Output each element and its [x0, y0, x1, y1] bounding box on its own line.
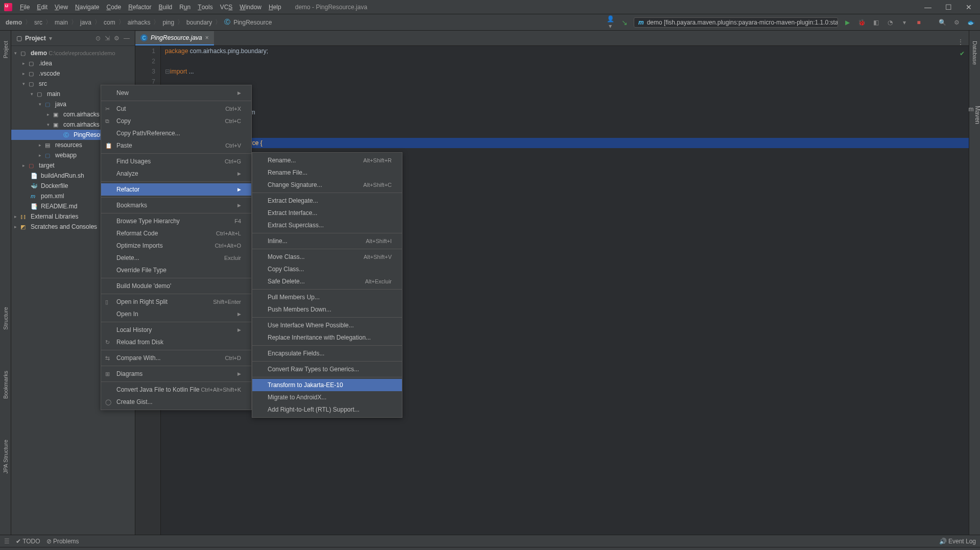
- menu-item-copy-class[interactable]: Copy Class...: [252, 263, 402, 275]
- breadcrumb[interactable]: demo〉 src〉 main〉 java〉 com〉 airhacks〉 pi…: [4, 18, 274, 27]
- minimize-button[interactable]: —: [921, 3, 935, 11]
- select-opened-icon[interactable]: ⊙: [95, 35, 101, 42]
- menu-item-label: Pull Members Up...: [268, 294, 320, 301]
- menu-shortcut: Ctrl+V: [225, 142, 241, 149]
- close-button[interactable]: ✕: [962, 3, 976, 11]
- menu-item-build-module-demo[interactable]: Build Module 'demo': [101, 280, 251, 292]
- menu-refactor[interactable]: Refactor: [125, 0, 155, 14]
- menu-item-pull-members-up[interactable]: Pull Members Up...: [252, 291, 402, 303]
- bottom-tab-problems[interactable]: ⊘ Problems: [46, 538, 79, 545]
- menu-item-find-usages[interactable]: Find UsagesCtrl+G: [101, 155, 251, 168]
- panel-settings-icon[interactable]: ⚙: [114, 35, 119, 42]
- expand-all-icon[interactable]: ⇲: [105, 35, 110, 42]
- menu-item-browse-type-hierarchy[interactable]: Browse Type HierarchyF4: [101, 215, 251, 227]
- profile-button[interactable]: ◔: [885, 19, 895, 26]
- hide-panel-icon[interactable]: —: [124, 35, 130, 42]
- menu-help[interactable]: Help: [265, 0, 285, 14]
- coverage-button[interactable]: ◧: [871, 19, 881, 26]
- menu-item-bookmarks[interactable]: Bookmarks▶: [101, 199, 251, 211]
- menu-item-diagrams[interactable]: ⊞Diagrams▶: [101, 368, 251, 380]
- search-button[interactable]: 🔍: [937, 19, 947, 26]
- menu-item-new[interactable]: New▶: [101, 87, 251, 99]
- payara-icon[interactable]: 🐟: [966, 19, 976, 26]
- tab-pingresource[interactable]: C PingResource.java ×: [135, 31, 214, 45]
- event-log-button[interactable]: 🔊 Event Log: [939, 538, 976, 545]
- debug-button[interactable]: 🐞: [856, 19, 867, 26]
- menu-item-use-interface-where-possible[interactable]: Use Interface Where Possible...: [252, 319, 402, 331]
- tree-root[interactable]: ▾▢demo C:\code\reproducers\demo: [11, 48, 135, 58]
- menu-item-transform-to-jakarta-ee-10[interactable]: Transform to Jakarta-EE-10: [252, 379, 402, 391]
- menu-edit[interactable]: Edit: [33, 0, 51, 14]
- tool-tab-bookmarks[interactable]: Bookmarks: [3, 371, 9, 399]
- menu-vcs[interactable]: VCS: [217, 0, 236, 14]
- menu-item-migrate-to-androidx[interactable]: Migrate to AndroidX...: [252, 391, 402, 403]
- menu-shortcut: Alt+Excluir: [365, 278, 392, 284]
- menu-item-local-history[interactable]: Local History▶: [101, 324, 251, 336]
- user-icon[interactable]: 👤▾: [605, 15, 615, 30]
- menu-item-inline[interactable]: Inline...Alt+Shift+I: [252, 235, 402, 247]
- menu-view[interactable]: View: [51, 0, 71, 14]
- menu-item-reformat-code[interactable]: Reformat CodeCtrl+Alt+L: [101, 227, 251, 240]
- menu-build[interactable]: Build: [155, 0, 176, 14]
- tool-tab-database[interactable]: Database: [972, 41, 978, 65]
- menu-separator: [101, 101, 251, 101]
- menu-item-copy[interactable]: ⧉CopyCtrl+C: [101, 115, 251, 127]
- menu-item-convert-raw-types-to-generics[interactable]: Convert Raw Types to Generics...: [252, 363, 402, 375]
- menu-shortcut: Ctrl+Alt+Shift+K: [201, 387, 241, 393]
- menu-item-analyze[interactable]: Analyze▶: [101, 168, 251, 180]
- menu-item-push-members-down[interactable]: Push Members Down...: [252, 303, 402, 316]
- menu-item-open-in-right-split[interactable]: ▯Open in Right SplitShift+Enter: [101, 296, 251, 308]
- editor-more-icon[interactable]: ⋮: [952, 38, 969, 45]
- menu-item-convert-java-file-to-kotlin-file[interactable]: Convert Java File to Kotlin FileCtrl+Alt…: [101, 384, 251, 396]
- menu-run[interactable]: Run: [176, 0, 194, 14]
- bottom-tab-todo[interactable]: ✔ TODO: [16, 538, 40, 545]
- tool-tab-maven[interactable]: mMaven: [969, 106, 981, 124]
- menu-item-reload-from-disk[interactable]: ↻Reload from Disk: [101, 336, 251, 348]
- menu-item-rename[interactable]: Rename...Alt+Shift+R: [252, 154, 402, 166]
- menu-item-delete[interactable]: Delete...Excluir: [101, 252, 251, 264]
- status-bar: ▭ Transform to Jakarta-EE-10 13:14 CRLF …: [0, 547, 980, 550]
- menu-item-change-signature[interactable]: Change Signature...Alt+Shift+C: [252, 179, 402, 191]
- menu-navigate[interactable]: Navigate: [71, 0, 103, 14]
- menu-item-paste[interactable]: 📋PasteCtrl+V: [101, 139, 251, 152]
- menu-item-open-in[interactable]: Open In▶: [101, 308, 251, 320]
- menu-item-encapsulate-fields[interactable]: Encapsulate Fields...: [252, 347, 402, 360]
- tool-tab-jpa[interactable]: JPA Structure: [3, 440, 9, 473]
- menu-item-copy-path-reference[interactable]: Copy Path/Reference...: [101, 127, 251, 139]
- menu-tools[interactable]: Tools: [194, 0, 216, 14]
- tool-tab-structure[interactable]: Structure: [3, 307, 9, 330]
- tree-vscode[interactable]: ▸▢.vscode: [11, 68, 135, 79]
- menu-item-extract-delegate[interactable]: Extract Delegate...: [252, 195, 402, 207]
- menu-code[interactable]: Code: [103, 0, 125, 14]
- tree-idea[interactable]: ▸▢.idea: [11, 58, 135, 68]
- run-button[interactable]: ▶: [842, 19, 852, 26]
- menu-item-cut[interactable]: ✂CutCtrl+X: [101, 103, 251, 115]
- menu-window[interactable]: Window: [236, 0, 265, 14]
- build-icon[interactable]: ↘: [619, 18, 630, 27]
- menu-item-extract-superclass[interactable]: Extract Superclass...: [252, 219, 402, 231]
- menu-item-rename-file[interactable]: Rename File...: [252, 166, 402, 179]
- menu-shortcut: Excluir: [224, 255, 241, 261]
- menu-item-label: Add Right-to-Left (RTL) Support...: [268, 406, 360, 413]
- menu-item-compare-with[interactable]: ⇆Compare With...Ctrl+D: [101, 352, 251, 364]
- menu-item-safe-delete[interactable]: Safe Delete...Alt+Excluir: [252, 275, 402, 288]
- menu-item-label: Safe Delete...: [268, 278, 305, 285]
- stop-button[interactable]: ■: [914, 19, 924, 26]
- menu-item-extract-interface[interactable]: Extract Interface...: [252, 207, 402, 219]
- close-tab-icon[interactable]: ×: [205, 34, 209, 41]
- maximize-button[interactable]: ☐: [941, 3, 955, 11]
- menu-item-add-right-to-left-rtl-support[interactable]: Add Right-to-Left (RTL) Support...: [252, 403, 402, 416]
- settings-button[interactable]: ⚙: [951, 19, 962, 26]
- menu-item-move-class[interactable]: Move Class...Alt+Shift+V: [252, 251, 402, 263]
- tool-tab-project[interactable]: Project: [3, 41, 9, 58]
- menu-item-icon: 📋: [105, 142, 112, 149]
- menu-item-replace-inheritance-with-delegation[interactable]: Replace Inheritance with Delegation...: [252, 331, 402, 344]
- menu-item-refactor[interactable]: Refactor▶: [101, 183, 251, 196]
- menu-item-create-gist[interactable]: ◯Create Gist...: [101, 396, 251, 408]
- menu-item-override-file-type[interactable]: Override File Type: [101, 264, 251, 276]
- attach-button[interactable]: ▾: [899, 19, 910, 26]
- menu-file[interactable]: File: [16, 0, 33, 14]
- menu-item-optimize-imports[interactable]: Optimize ImportsCtrl+Alt+O: [101, 240, 251, 252]
- menu-shortcut: Ctrl+Alt+L: [216, 230, 241, 236]
- run-configuration-dropdown[interactable]: m demo [fish.payara.maven.plugins:payara…: [634, 17, 838, 28]
